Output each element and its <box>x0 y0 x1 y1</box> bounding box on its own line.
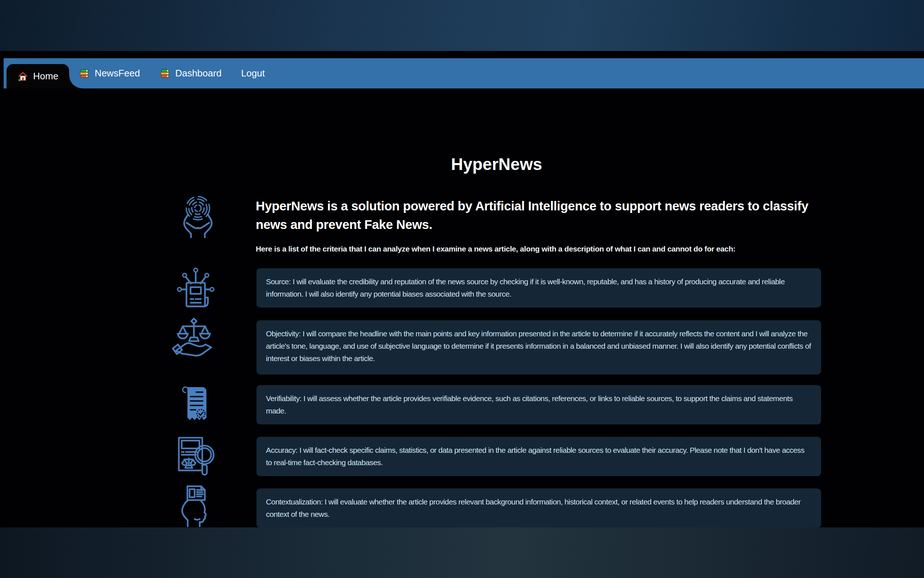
criterion-card-verifiability: Verifiability: I will assess whether the… <box>256 385 821 424</box>
tab-home[interactable]: Home <box>6 64 69 88</box>
tab-home-label: Home <box>33 71 58 82</box>
head-knowledge-icon <box>176 484 217 529</box>
tab-newsfeed-label: NewsFeed <box>95 68 140 79</box>
criterion-card-source: Source: I will evaluate the credibility … <box>256 268 821 308</box>
criterion-text-contextualization: Contextualization: I will evaluate wheth… <box>266 498 801 518</box>
tab-dashboard[interactable]: Dashboard <box>150 58 231 88</box>
criterion-card-accuracy: Accuracy: I will fact-check specific cla… <box>256 437 821 476</box>
ai-hands-fingerprint-icon <box>178 194 218 238</box>
verified-scroll-icon <box>178 384 214 424</box>
criterion-text-verifiability: Verifiability: I will assess whether the… <box>266 394 793 415</box>
desktop-backdrop-bottom <box>0 528 924 578</box>
hero-heading: HyperNews is a solution powered by Artif… <box>256 196 827 234</box>
tab-logut-label: Logut <box>241 68 265 79</box>
criterion-text-objectivity: Objectivity: I will compare the headline… <box>266 330 811 362</box>
page-title: HyperNews <box>157 154 836 174</box>
tab-dashboard-label: Dashboard <box>175 68 222 79</box>
criterion-text-accuracy: Accuracy: I will fact-check specific cla… <box>266 446 804 467</box>
criterion-text-source: Source: I will evaluate the credibility … <box>266 278 785 298</box>
intro-text: Here is a list of the criteria that I ca… <box>256 245 827 253</box>
main-navbar: Home NewsFeed Dashboard Logut <box>4 58 924 88</box>
fact-check-magnifier-icon <box>173 432 218 477</box>
desktop-backdrop-top <box>0 0 924 51</box>
news-source-network-icon <box>175 265 217 309</box>
tab-logut[interactable]: Logut <box>231 58 275 88</box>
house-icon <box>18 71 28 82</box>
balance-scale-hand-icon <box>170 315 218 360</box>
criterion-card-objectivity: Objectivity: I will compare the headline… <box>256 320 821 375</box>
books-icon <box>160 68 171 79</box>
criterion-card-contextualization: Contextualization: I will evaluate wheth… <box>256 489 821 528</box>
